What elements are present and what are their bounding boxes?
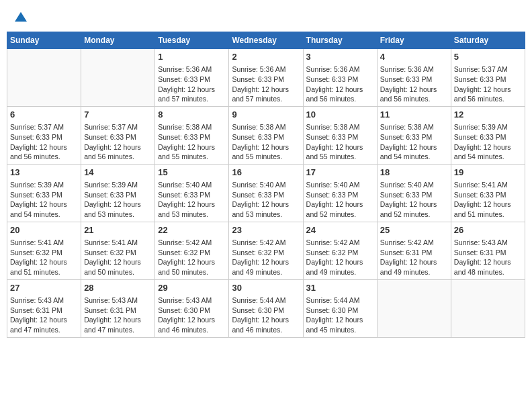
day-number: 5	[454, 51, 522, 63]
day-number: 30	[232, 282, 300, 294]
col-saturday: Saturday	[451, 32, 525, 49]
cell-sun-info: Sunrise: 5:40 AM Sunset: 6:33 PM Dayligh…	[158, 180, 226, 220]
calendar-week-row: 27Sunrise: 5:43 AM Sunset: 6:31 PM Dayli…	[7, 279, 525, 337]
table-row: 3Sunrise: 5:36 AM Sunset: 6:33 PM Daylig…	[303, 49, 377, 107]
cell-day-info: 28Sunrise: 5:43 AM Sunset: 6:31 PM Dayli…	[84, 282, 152, 335]
cell-sun-info: Sunrise: 5:38 AM Sunset: 6:33 PM Dayligh…	[232, 122, 300, 162]
table-row: 21Sunrise: 5:41 AM Sunset: 6:32 PM Dayli…	[81, 222, 155, 279]
col-sunday: Sunday	[7, 32, 81, 49]
day-number: 3	[306, 51, 374, 63]
cell-day-info: 3Sunrise: 5:36 AM Sunset: 6:33 PM Daylig…	[306, 51, 374, 104]
cell-sun-info: Sunrise: 5:43 AM Sunset: 6:30 PM Dayligh…	[158, 295, 226, 335]
cell-day-info: 10Sunrise: 5:38 AM Sunset: 6:33 PM Dayli…	[306, 109, 374, 162]
cell-sun-info: Sunrise: 5:39 AM Sunset: 6:33 PM Dayligh…	[84, 180, 152, 220]
cell-day-info: 26Sunrise: 5:43 AM Sunset: 6:31 PM Dayli…	[454, 224, 522, 277]
cell-sun-info: Sunrise: 5:39 AM Sunset: 6:33 PM Dayligh…	[454, 122, 522, 162]
cell-day-info: 2Sunrise: 5:36 AM Sunset: 6:33 PM Daylig…	[232, 51, 300, 104]
cell-day-info: 9Sunrise: 5:38 AM Sunset: 6:33 PM Daylig…	[232, 109, 300, 162]
table-row: 1Sunrise: 5:36 AM Sunset: 6:33 PM Daylig…	[155, 49, 229, 107]
table-row: 16Sunrise: 5:40 AM Sunset: 6:33 PM Dayli…	[229, 164, 303, 222]
table-row: 11Sunrise: 5:38 AM Sunset: 6:33 PM Dayli…	[377, 106, 451, 164]
cell-sun-info: Sunrise: 5:44 AM Sunset: 6:30 PM Dayligh…	[232, 295, 300, 335]
table-row: 20Sunrise: 5:41 AM Sunset: 6:32 PM Dayli…	[7, 222, 81, 279]
day-number: 8	[158, 109, 226, 121]
cell-day-info: 19Sunrise: 5:41 AM Sunset: 6:33 PM Dayli…	[454, 167, 522, 220]
table-row: 31Sunrise: 5:44 AM Sunset: 6:30 PM Dayli…	[303, 279, 377, 337]
cell-day-info: 27Sunrise: 5:43 AM Sunset: 6:31 PM Dayli…	[10, 282, 78, 335]
cell-day-info: 16Sunrise: 5:40 AM Sunset: 6:33 PM Dayli…	[232, 167, 300, 220]
table-row	[7, 49, 81, 107]
day-number: 6	[10, 109, 78, 121]
table-row	[451, 279, 525, 337]
table-row: 27Sunrise: 5:43 AM Sunset: 6:31 PM Dayli…	[7, 279, 81, 337]
svg-marker-0	[15, 12, 27, 21]
col-monday: Monday	[81, 32, 155, 49]
day-number: 19	[454, 167, 522, 179]
cell-sun-info: Sunrise: 5:37 AM Sunset: 6:33 PM Dayligh…	[10, 122, 78, 162]
day-number: 23	[232, 224, 300, 236]
cell-sun-info: Sunrise: 5:41 AM Sunset: 6:33 PM Dayligh…	[454, 180, 522, 220]
page-header	[7, 7, 525, 29]
table-row: 29Sunrise: 5:43 AM Sunset: 6:30 PM Dayli…	[155, 279, 229, 337]
day-number: 12	[454, 109, 522, 121]
table-row: 19Sunrise: 5:41 AM Sunset: 6:33 PM Dayli…	[451, 164, 525, 222]
table-row: 2Sunrise: 5:36 AM Sunset: 6:33 PM Daylig…	[229, 49, 303, 107]
cell-sun-info: Sunrise: 5:37 AM Sunset: 6:33 PM Dayligh…	[84, 122, 152, 162]
table-row: 10Sunrise: 5:38 AM Sunset: 6:33 PM Dayli…	[303, 106, 377, 164]
day-number: 2	[232, 51, 300, 63]
cell-day-info: 22Sunrise: 5:42 AM Sunset: 6:32 PM Dayli…	[158, 224, 226, 277]
calendar-week-row: 13Sunrise: 5:39 AM Sunset: 6:33 PM Dayli…	[7, 164, 525, 222]
cell-day-info: 12Sunrise: 5:39 AM Sunset: 6:33 PM Dayli…	[454, 109, 522, 162]
cell-day-info: 8Sunrise: 5:38 AM Sunset: 6:33 PM Daylig…	[158, 109, 226, 162]
col-friday: Friday	[377, 32, 451, 49]
cell-day-info: 17Sunrise: 5:40 AM Sunset: 6:33 PM Dayli…	[306, 167, 374, 220]
cell-sun-info: Sunrise: 5:43 AM Sunset: 6:31 PM Dayligh…	[10, 295, 78, 335]
logo-icon	[15, 11, 27, 23]
day-number: 22	[158, 224, 226, 236]
day-number: 27	[10, 282, 78, 294]
cell-sun-info: Sunrise: 5:42 AM Sunset: 6:32 PM Dayligh…	[306, 238, 374, 277]
table-row: 28Sunrise: 5:43 AM Sunset: 6:31 PM Dayli…	[81, 279, 155, 337]
cell-sun-info: Sunrise: 5:39 AM Sunset: 6:33 PM Dayligh…	[10, 180, 78, 220]
cell-sun-info: Sunrise: 5:42 AM Sunset: 6:32 PM Dayligh…	[158, 238, 226, 277]
day-number: 17	[306, 167, 374, 179]
table-row	[81, 49, 155, 107]
table-row: 8Sunrise: 5:38 AM Sunset: 6:33 PM Daylig…	[155, 106, 229, 164]
table-row: 25Sunrise: 5:42 AM Sunset: 6:31 PM Dayli…	[377, 222, 451, 279]
cell-day-info: 4Sunrise: 5:36 AM Sunset: 6:33 PM Daylig…	[380, 51, 448, 104]
cell-day-info: 5Sunrise: 5:37 AM Sunset: 6:33 PM Daylig…	[454, 51, 522, 104]
day-number: 31	[306, 282, 374, 294]
cell-sun-info: Sunrise: 5:40 AM Sunset: 6:33 PM Dayligh…	[306, 180, 374, 220]
cell-sun-info: Sunrise: 5:43 AM Sunset: 6:31 PM Dayligh…	[454, 238, 522, 277]
day-number: 24	[306, 224, 374, 236]
day-number: 9	[232, 109, 300, 121]
cell-day-info: 31Sunrise: 5:44 AM Sunset: 6:30 PM Dayli…	[306, 282, 374, 335]
calendar-week-row: 6Sunrise: 5:37 AM Sunset: 6:33 PM Daylig…	[7, 106, 525, 164]
cell-day-info: 1Sunrise: 5:36 AM Sunset: 6:33 PM Daylig…	[158, 51, 226, 104]
cell-sun-info: Sunrise: 5:41 AM Sunset: 6:32 PM Dayligh…	[10, 238, 78, 277]
day-number: 18	[380, 167, 448, 179]
table-row: 24Sunrise: 5:42 AM Sunset: 6:32 PM Dayli…	[303, 222, 377, 279]
cell-day-info: 18Sunrise: 5:40 AM Sunset: 6:33 PM Dayli…	[380, 167, 448, 220]
table-row: 13Sunrise: 5:39 AM Sunset: 6:33 PM Dayli…	[7, 164, 81, 222]
day-number: 11	[380, 109, 448, 121]
table-row: 26Sunrise: 5:43 AM Sunset: 6:31 PM Dayli…	[451, 222, 525, 279]
table-row: 30Sunrise: 5:44 AM Sunset: 6:30 PM Dayli…	[229, 279, 303, 337]
day-number: 7	[84, 109, 152, 121]
table-row: 18Sunrise: 5:40 AM Sunset: 6:33 PM Dayli…	[377, 164, 451, 222]
col-tuesday: Tuesday	[155, 32, 229, 49]
cell-sun-info: Sunrise: 5:38 AM Sunset: 6:33 PM Dayligh…	[158, 122, 226, 162]
cell-day-info: 23Sunrise: 5:42 AM Sunset: 6:32 PM Dayli…	[232, 224, 300, 277]
day-number: 16	[232, 167, 300, 179]
cell-sun-info: Sunrise: 5:41 AM Sunset: 6:32 PM Dayligh…	[84, 238, 152, 277]
cell-day-info: 25Sunrise: 5:42 AM Sunset: 6:31 PM Dayli…	[380, 224, 448, 277]
day-number: 29	[158, 282, 226, 294]
table-row: 12Sunrise: 5:39 AM Sunset: 6:33 PM Dayli…	[451, 106, 525, 164]
cell-sun-info: Sunrise: 5:36 AM Sunset: 6:33 PM Dayligh…	[158, 64, 226, 104]
day-number: 10	[306, 109, 374, 121]
calendar-week-row: 1Sunrise: 5:36 AM Sunset: 6:33 PM Daylig…	[7, 49, 525, 107]
day-number: 25	[380, 224, 448, 236]
day-number: 26	[454, 224, 522, 236]
cell-sun-info: Sunrise: 5:36 AM Sunset: 6:33 PM Dayligh…	[380, 64, 448, 104]
cell-sun-info: Sunrise: 5:44 AM Sunset: 6:30 PM Dayligh…	[306, 295, 374, 335]
